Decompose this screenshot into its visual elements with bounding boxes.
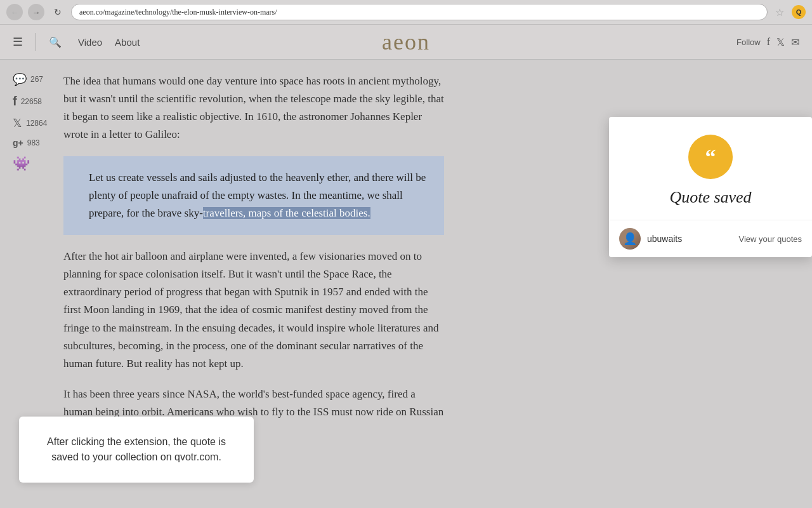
article-paragraph-2: After the hot air balloon and airplane w…: [63, 248, 444, 372]
header-right: Follow f 𝕏 ✉: [737, 36, 799, 48]
avatar-inner: 👤: [619, 228, 641, 250]
twitter-icon: 𝕏: [13, 116, 22, 130]
facebook-social-item[interactable]: f 22658: [13, 94, 42, 109]
nav-video[interactable]: Video: [78, 37, 102, 48]
search-icon[interactable]: 🔍: [49, 36, 62, 48]
comment-count: 267: [30, 75, 43, 84]
avatar: 👤: [619, 228, 641, 250]
facebook-header-icon[interactable]: f: [767, 36, 770, 48]
main-area: 💬 267 f 22658 𝕏 12864 g+ 983 👾 The idea …: [0, 60, 812, 464]
facebook-count: 22658: [21, 97, 42, 106]
blockquote-wrapper: Let us create vessels and sails adjusted…: [63, 156, 444, 235]
forward-button[interactable]: →: [28, 4, 44, 20]
quote-saved-bottom: 👤 ubuwaits View your quotes: [609, 220, 812, 257]
twitter-social-item[interactable]: 𝕏 12864: [13, 116, 47, 130]
url-bar[interactable]: aeon.co/magazine/technology/the-elon-mus…: [71, 4, 768, 20]
email-header-icon[interactable]: ✉: [791, 36, 799, 48]
googleplus-count: 983: [27, 138, 40, 147]
view-quotes-link[interactable]: View your quotes: [739, 234, 802, 244]
browser-toolbar: ← → ↻ aeon.co/magazine/technology/the-el…: [0, 0, 812, 24]
comment-icon: 💬: [13, 72, 27, 86]
social-sidebar: 💬 267 f 22658 𝕏 12864 g+ 983 👾: [0, 60, 51, 464]
blockquote-selected-text: travellers, maps of the celestial bodies…: [203, 207, 370, 219]
tooltip-box: After clicking the extension, the quote …: [19, 417, 254, 483]
quote-saved-title: Quote saved: [669, 188, 751, 207]
tooltip-text: After clicking the extension, the quote …: [38, 434, 235, 465]
quote-saved-top: “ Quote saved: [609, 117, 812, 220]
blockquote: Let us create vessels and sails adjusted…: [63, 156, 444, 235]
url-text: aeon.co/magazine/technology/the-elon-mus…: [79, 8, 277, 17]
refresh-button[interactable]: ↻: [49, 4, 66, 20]
back-button[interactable]: ←: [6, 4, 23, 20]
facebook-icon: f: [13, 94, 17, 109]
page-header: ☰ 🔍 Video About aeon Follow f 𝕏 ✉: [0, 25, 812, 60]
quote-icon-circle: “: [688, 135, 733, 179]
hamburger-icon[interactable]: ☰: [13, 35, 23, 49]
username: ubuwaits: [647, 234, 739, 244]
reddit-icon: 👾: [13, 156, 30, 172]
nav-about[interactable]: About: [115, 37, 140, 48]
header-divider: [36, 33, 36, 51]
extension-icon[interactable]: Q: [792, 5, 806, 19]
comment-social-item[interactable]: 💬 267: [13, 72, 43, 86]
article-paragraph-1: The idea that humans would one day ventu…: [63, 72, 444, 144]
follow-label: Follow: [737, 37, 761, 47]
quote-icon: “: [705, 145, 716, 169]
quote-saved-popup: “ Quote saved 👤 ubuwaits View your quote…: [609, 117, 812, 257]
googleplus-social-item[interactable]: g+ 983: [13, 138, 40, 148]
bookmark-icon[interactable]: ☆: [775, 6, 784, 18]
header-left: ☰ 🔍 Video About: [13, 33, 140, 51]
article-content: The idea that humans would one day ventu…: [51, 60, 482, 464]
twitter-count: 12864: [26, 119, 47, 128]
twitter-header-icon[interactable]: 𝕏: [776, 36, 785, 48]
browser-chrome: ← → ↻ aeon.co/magazine/technology/the-el…: [0, 0, 812, 25]
site-logo[interactable]: aeon: [382, 29, 430, 55]
header-nav: Video About: [78, 37, 140, 48]
reddit-social-item[interactable]: 👾: [13, 156, 30, 172]
googleplus-icon: g+: [13, 138, 23, 148]
